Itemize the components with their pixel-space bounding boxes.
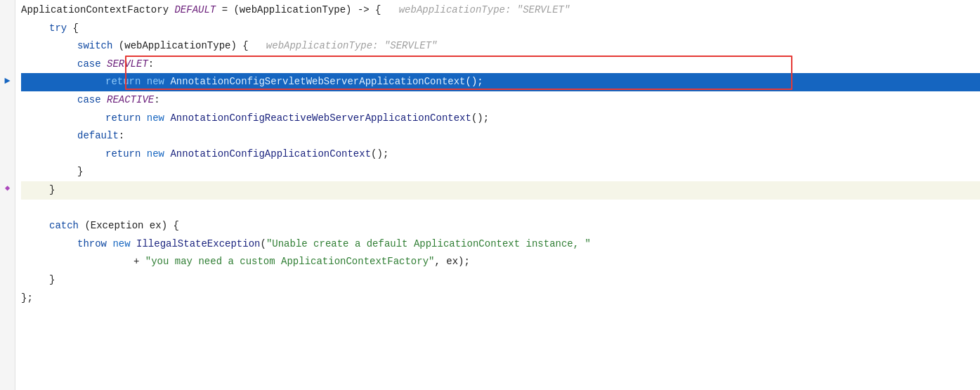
token: return bbox=[105, 73, 147, 91]
token: ApplicationContextFactory bbox=[21, 1, 174, 20]
code-line-1: ApplicationContextFactory DEFAULT = (web… bbox=[21, 1, 980, 20]
token: ( bbox=[260, 235, 266, 254]
token: return bbox=[105, 145, 147, 164]
token: new bbox=[147, 73, 171, 91]
token: "you may need a custom ApplicationContex… bbox=[145, 253, 435, 271]
code-block: ApplicationContextFactory DEFAULT = (web… bbox=[21, 0, 980, 307]
line-content-2: try { bbox=[21, 20, 79, 38]
code-line-4: case SERVLET: bbox=[21, 56, 980, 74]
token: (Exception ex) { bbox=[79, 217, 179, 235]
code-line-6: case REACTIVE: bbox=[21, 91, 980, 110]
token: new bbox=[147, 110, 171, 128]
token: webApplicationType: "SERVLET" bbox=[249, 37, 438, 56]
token: try bbox=[49, 20, 67, 38]
line-content-3: switch (webApplicationType) { webApplica… bbox=[21, 37, 438, 56]
line-content-14: throw new IllegalStateException("Unable … bbox=[21, 235, 591, 254]
token: DEFAULT bbox=[174, 1, 216, 20]
code-line-8: default: bbox=[21, 127, 980, 145]
token: } bbox=[77, 163, 83, 181]
token: case bbox=[77, 91, 107, 110]
token: = (webApplicationType) -> { bbox=[216, 1, 381, 20]
token: AnnotationConfigServletWebServerApplicat… bbox=[170, 73, 465, 91]
token: switch bbox=[77, 37, 112, 56]
token: default bbox=[77, 127, 119, 145]
token: (); bbox=[371, 145, 388, 164]
code-line-5: return new AnnotationConfigServletWebSer… bbox=[21, 73, 980, 91]
token: AnnotationConfigApplicationContext bbox=[170, 145, 371, 164]
token: new bbox=[147, 145, 171, 164]
token: { bbox=[67, 20, 79, 38]
token: (); bbox=[471, 110, 489, 128]
line-content-7: return new AnnotationConfigReactiveWebSe… bbox=[21, 110, 489, 128]
line-content-5: return new AnnotationConfigServletWebSer… bbox=[21, 73, 483, 91]
token: return bbox=[105, 110, 147, 128]
line-content-10: } bbox=[21, 163, 83, 181]
gutter-row-5: ► bbox=[4, 72, 10, 90]
code-line-13: catch (Exception ex) { bbox=[21, 217, 980, 235]
token: throw bbox=[77, 235, 112, 254]
code-line-11: } bbox=[21, 181, 980, 200]
token: , ex); bbox=[434, 253, 469, 271]
line-content-16: } bbox=[21, 271, 55, 290]
token: case bbox=[77, 56, 107, 74]
code-line-2: try { bbox=[21, 20, 980, 38]
code-line-10: } bbox=[21, 163, 980, 181]
token: : bbox=[154, 91, 159, 110]
line-content-4: case SERVLET: bbox=[21, 56, 154, 74]
line-content-6: case REACTIVE: bbox=[21, 91, 160, 110]
line-content-1: ApplicationContextFactory DEFAULT = (web… bbox=[21, 1, 570, 20]
token: new bbox=[112, 235, 136, 254]
line-content-13: catch (Exception ex) { bbox=[21, 217, 179, 235]
line-content-11: } bbox=[21, 181, 55, 200]
code-line-17: }; bbox=[21, 290, 980, 308]
gutter-sidebar: ►◆ bbox=[0, 0, 15, 390]
token: } bbox=[49, 271, 55, 290]
token: + bbox=[133, 253, 145, 271]
token: (webApplicationType) { bbox=[112, 37, 248, 56]
code-line-12 bbox=[21, 200, 980, 218]
line-content-17: }; bbox=[21, 290, 33, 308]
token: catch bbox=[49, 217, 79, 235]
code-line-16: } bbox=[21, 271, 980, 290]
line-content-15: + "you may need a custom ApplicationCont… bbox=[21, 253, 470, 271]
token: SERVLET bbox=[107, 56, 148, 74]
code-line-7: return new AnnotationConfigReactiveWebSe… bbox=[21, 110, 980, 128]
line-content-12 bbox=[21, 200, 49, 218]
code-editor: ►◆ ApplicationContextFactory DEFAULT = (… bbox=[0, 0, 980, 390]
token: : bbox=[119, 127, 124, 145]
token: REACTIVE bbox=[107, 91, 154, 110]
code-line-3: switch (webApplicationType) { webApplica… bbox=[21, 37, 980, 56]
token: : bbox=[148, 56, 154, 74]
line-content-8: default: bbox=[21, 127, 124, 145]
token: webApplicationType: "SERVLET" bbox=[381, 1, 570, 20]
code-content[interactable]: ApplicationContextFactory DEFAULT = (web… bbox=[15, 0, 980, 390]
token: } bbox=[49, 181, 55, 200]
code-line-9: return new AnnotationConfigApplicationCo… bbox=[21, 145, 980, 164]
token: AnnotationConfigReactiveWebServerApplica… bbox=[170, 110, 471, 128]
gutter-row-11: ◆ bbox=[5, 180, 10, 198]
code-line-14: throw new IllegalStateException("Unable … bbox=[21, 235, 980, 254]
token: IllegalStateException bbox=[136, 235, 260, 254]
code-line-15: + "you may need a custom ApplicationCont… bbox=[21, 253, 980, 271]
token: }; bbox=[21, 290, 33, 308]
token: (); bbox=[466, 73, 483, 91]
token: "Unable create a default ApplicationCont… bbox=[266, 235, 591, 254]
line-content-9: return new AnnotationConfigApplicationCo… bbox=[21, 145, 388, 164]
